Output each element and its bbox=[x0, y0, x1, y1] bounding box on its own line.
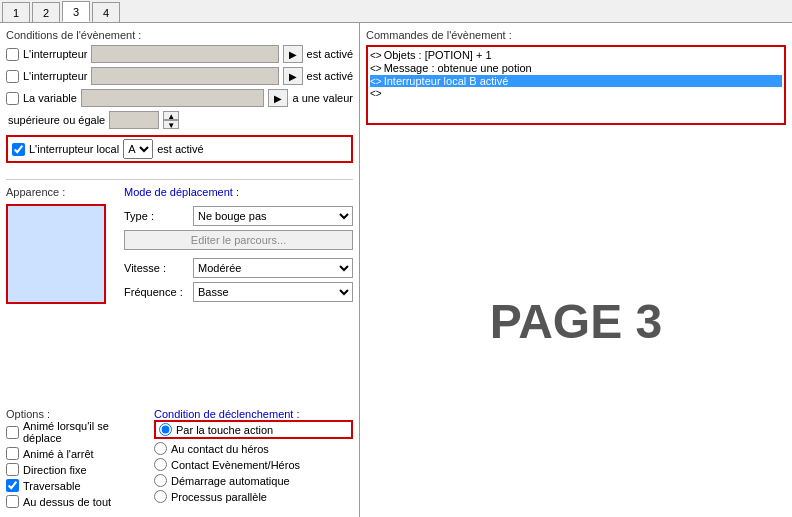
vitesse-label: Vitesse : bbox=[124, 262, 189, 274]
tab-3[interactable]: 3 bbox=[62, 1, 90, 22]
decl-row-4: Processus parallèle bbox=[154, 490, 353, 503]
tab-1[interactable]: 1 bbox=[2, 2, 30, 22]
conditions-section: Conditions de l'évènement : L'interrupte… bbox=[6, 29, 353, 167]
spin-down[interactable]: ▼ bbox=[163, 120, 179, 129]
option-cb-4[interactable] bbox=[6, 495, 19, 508]
declenchement-section: Condition de déclenchement : Par la touc… bbox=[154, 408, 353, 511]
decl-label-2: Contact Evènement/Héros bbox=[171, 459, 300, 471]
decl-row-3: Démarrage automatique bbox=[154, 474, 353, 487]
decl-radio-4[interactable] bbox=[154, 490, 167, 503]
condition-row-1: L'interrupteur ▶ est activé bbox=[6, 45, 353, 63]
cmd-text-0: Objets : [POTION] + 1 bbox=[384, 49, 492, 61]
main-container: 1 2 3 4 Conditions de l'évènement : L'in… bbox=[0, 0, 792, 517]
options-declenchement: Options : Animé lorsqu'il se déplace Ani… bbox=[6, 408, 353, 511]
condition-btn-2[interactable]: ▶ bbox=[283, 67, 303, 85]
vitesse-select[interactable]: Modérée bbox=[193, 258, 353, 278]
condition-btn-1[interactable]: ▶ bbox=[283, 45, 303, 63]
spinbox[interactable] bbox=[109, 111, 159, 129]
est-active-3: a une valeur bbox=[292, 92, 353, 104]
option-row-3: Traversable bbox=[6, 479, 146, 492]
cmd-line-3[interactable]: <> bbox=[370, 88, 782, 99]
superieure-row: supérieure ou égale ▲ ▼ bbox=[6, 111, 353, 129]
decl-row-2: Contact Evènement/Héros bbox=[154, 458, 353, 471]
mode-section: Mode de déplacement : Type : Ne bouge pa… bbox=[124, 186, 353, 402]
highlighted-condition-row: L'interrupteur local A est activé bbox=[6, 135, 353, 163]
type-select[interactable]: Ne bouge pas bbox=[193, 206, 353, 226]
options-section: Options : Animé lorsqu'il se déplace Ani… bbox=[6, 408, 146, 511]
page-label: PAGE 3 bbox=[366, 131, 786, 511]
condition-input-2[interactable] bbox=[91, 67, 278, 85]
option-row-0: Animé lorsqu'il se déplace bbox=[6, 420, 146, 444]
option-label-0: Animé lorsqu'il se déplace bbox=[23, 420, 146, 444]
cmd-line-2[interactable]: <> Interrupteur local B activé bbox=[370, 75, 782, 87]
condition-checkbox-1[interactable] bbox=[6, 48, 19, 61]
condition-checkbox-3[interactable] bbox=[6, 92, 19, 105]
decl-label-0: Par la touche action bbox=[176, 424, 273, 436]
left-panel: Conditions de l'évènement : L'interrupte… bbox=[0, 23, 360, 517]
cmd-arrow-1: <> bbox=[370, 63, 382, 74]
option-row-2: Direction fixe bbox=[6, 463, 146, 476]
option-row-4: Au dessus de tout bbox=[6, 495, 146, 508]
tabs-bar: 1 2 3 4 bbox=[0, 0, 792, 22]
content-area: Conditions de l'évènement : L'interrupte… bbox=[0, 22, 792, 517]
decl-label-1: Au contact du héros bbox=[171, 443, 269, 455]
decl-row-0: Par la touche action bbox=[154, 420, 353, 439]
superieure-text: supérieure ou égale bbox=[8, 114, 105, 126]
highlighted-checkbox[interactable] bbox=[12, 143, 25, 156]
type-row: Type : Ne bouge pas bbox=[124, 206, 353, 226]
vitesse-row: Vitesse : Modérée bbox=[124, 258, 353, 278]
decl-radio-2[interactable] bbox=[154, 458, 167, 471]
spin-up[interactable]: ▲ bbox=[163, 111, 179, 120]
decl-radio-3[interactable] bbox=[154, 474, 167, 487]
condition-row-2: L'interrupteur ▶ est activé bbox=[6, 67, 353, 85]
condition-btn-3[interactable]: ▶ bbox=[268, 89, 288, 107]
options-label: Options : bbox=[6, 408, 50, 420]
editer-btn[interactable]: Editer le parcours... bbox=[124, 230, 353, 250]
decl-row-1: Au contact du héros bbox=[154, 442, 353, 455]
tab-2[interactable]: 2 bbox=[32, 2, 60, 22]
option-cb-1[interactable] bbox=[6, 447, 19, 460]
option-cb-0[interactable] bbox=[6, 426, 19, 439]
condition-input-1[interactable] bbox=[91, 45, 278, 63]
cmd-arrow-2: <> bbox=[370, 76, 382, 87]
condition-input-3[interactable] bbox=[81, 89, 265, 107]
option-label-4: Au dessus de tout bbox=[23, 496, 111, 508]
option-label-3: Traversable bbox=[23, 480, 81, 492]
option-row-1: Animé à l'arrêt bbox=[6, 447, 146, 460]
bottom-left: Apparence : Mode de déplacement : Type :… bbox=[6, 186, 353, 402]
highlighted-est-active: est activé bbox=[157, 143, 203, 155]
est-active-2: est activé bbox=[307, 70, 353, 82]
cmd-line-0[interactable]: <> Objets : [POTION] + 1 bbox=[370, 49, 782, 61]
condition-text-3: La variable bbox=[23, 92, 77, 104]
cmd-text-2: Interrupteur local B activé bbox=[384, 75, 509, 87]
divider-1 bbox=[6, 179, 353, 180]
decl-radio-1[interactable] bbox=[154, 442, 167, 455]
cmd-arrow-0: <> bbox=[370, 50, 382, 61]
declenchement-label: Condition de déclenchement : bbox=[154, 408, 300, 420]
frequence-select[interactable]: Basse bbox=[193, 282, 353, 302]
apparence-label: Apparence : bbox=[6, 186, 116, 198]
apparence-box[interactable] bbox=[6, 204, 106, 304]
right-panel: Commandes de l'évènement : <> Objets : [… bbox=[360, 23, 792, 517]
option-cb-3[interactable] bbox=[6, 479, 19, 492]
highlighted-text: L'interrupteur local bbox=[29, 143, 119, 155]
mode-label: Mode de déplacement : bbox=[124, 186, 353, 198]
condition-text-1: L'interrupteur bbox=[23, 48, 87, 60]
cmd-text-1: Message : obtenue une potion bbox=[384, 62, 532, 74]
condition-checkbox-2[interactable] bbox=[6, 70, 19, 83]
frequence-row: Fréquence : Basse bbox=[124, 282, 353, 302]
type-label: Type : bbox=[124, 210, 189, 222]
frequence-label: Fréquence : bbox=[124, 286, 189, 298]
est-active-1: est activé bbox=[307, 48, 353, 60]
condition-row-3: La variable ▶ a une valeur bbox=[6, 89, 353, 107]
local-switch-select[interactable]: A bbox=[123, 139, 153, 159]
tab-4[interactable]: 4 bbox=[92, 2, 120, 22]
option-label-1: Animé à l'arrêt bbox=[23, 448, 94, 460]
option-cb-2[interactable] bbox=[6, 463, 19, 476]
cmd-line-1[interactable]: <> Message : obtenue une potion bbox=[370, 62, 782, 74]
conditions-label: Conditions de l'évènement : bbox=[6, 29, 353, 41]
decl-radio-0[interactable] bbox=[159, 423, 172, 436]
decl-label-3: Démarrage automatique bbox=[171, 475, 290, 487]
cmd-arrow-3: <> bbox=[370, 88, 382, 99]
commands-label: Commandes de l'évènement : bbox=[366, 29, 786, 41]
